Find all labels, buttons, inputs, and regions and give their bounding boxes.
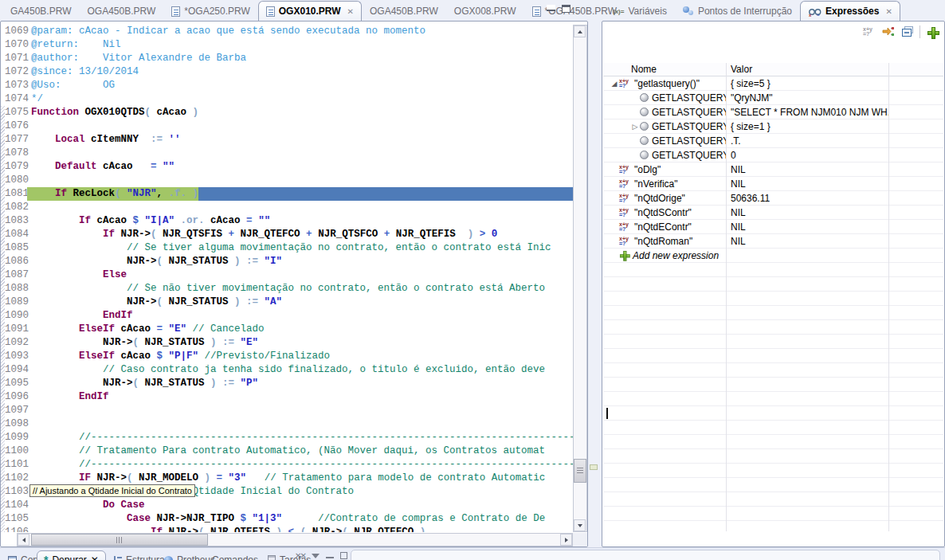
line-number[interactable]: 1074 [1, 92, 27, 106]
cell-name[interactable] [603, 435, 726, 448]
code-line[interactable]: 1091 ElseIf cAcao = "E" // Cancelado [1, 323, 573, 336]
cell-value[interactable]: "QryNJM" [726, 92, 888, 104]
editor-tab-ogx010prw[interactable]: OGX010.PRW✕ [258, 1, 362, 21]
cell-name[interactable] [603, 521, 726, 531]
code-text[interactable] [27, 147, 31, 160]
cell-name[interactable] [603, 320, 726, 334]
line-number[interactable]: 1101 [1, 458, 27, 472]
table-row[interactable]: x+y=?"nQtdOrige"50636.11 [603, 191, 943, 206]
code-line[interactable]: 1100 // Tratamento Para contrato Automat… [1, 444, 573, 458]
code-line[interactable]: 1070@return: Nil [1, 38, 573, 52]
code-line[interactable]: 1078 [1, 147, 573, 160]
code-line[interactable]: 1089 NJR->( NJR_STATUS ) := "A" [1, 296, 573, 309]
expressions-table[interactable]: Nome Valor ◢x+y=?"getlastquery()"{ size=… [603, 63, 943, 531]
cell-value[interactable]: { size=5 } [726, 78, 888, 89]
line-number[interactable]: 1079 [1, 160, 27, 174]
code-text[interactable] [27, 417, 31, 431]
editor-tab-oga250prw[interactable]: *OGA250.PRW [163, 1, 257, 21]
line-number[interactable]: 1084 [1, 228, 27, 241]
vertical-scroll-thumb[interactable] [574, 459, 586, 483]
cell-value[interactable]: "SELECT * FROM NJM010 NJM WH... [726, 107, 888, 118]
line-number[interactable]: 1081 [1, 187, 27, 201]
line-number[interactable]: 1100 [1, 444, 27, 458]
code-line[interactable]: 1082 [1, 201, 573, 214]
cell-name[interactable] [603, 349, 726, 362]
code-text[interactable]: // Se tiver alguma movimentação no contr… [27, 241, 551, 255]
close-icon[interactable]: ✕ [91, 554, 99, 560]
cell-name[interactable] [603, 306, 726, 319]
code-line[interactable]: 1073@Uso: OG [1, 79, 573, 92]
close-icon[interactable]: ✕ [347, 7, 354, 16]
line-number[interactable]: 1076 [1, 119, 27, 133]
debug-tab-express-es[interactable]: x=Expressões✕ [800, 1, 900, 21]
code-text[interactable] [27, 404, 31, 417]
code-line[interactable]: 1096 EndIf [1, 390, 573, 404]
code-line[interactable]: 1095 NJR->( NJR_STATUS ) := "P" [1, 377, 573, 390]
cell-name[interactable]: GETLASTQUERY( [603, 105, 726, 119]
cell-name[interactable]: GETLASTQUERY( [603, 134, 726, 147]
column-header-name[interactable]: Nome [603, 63, 726, 76]
code-line[interactable]: 1093 ElseIf cAcao $ "P|F" //Previsto/Fin… [1, 350, 573, 363]
line-number[interactable]: 1097 [1, 404, 27, 417]
cell-value[interactable]: 50636.11 [726, 193, 888, 204]
table-row-empty[interactable] [603, 277, 943, 292]
line-number[interactable]: 1077 [1, 133, 27, 147]
code-text[interactable] [27, 119, 31, 133]
line-number[interactable]: 1090 [1, 309, 27, 323]
code-text[interactable] [27, 174, 31, 187]
code-line[interactable]: 1106 If NJR->( NJR_QTEFIS ) < ( NJR->( N… [1, 526, 573, 532]
code-line[interactable]: 1101 //---------------------------------… [1, 458, 573, 472]
line-number[interactable]: 1094 [1, 363, 27, 377]
code-line[interactable]: 1076 [1, 119, 573, 133]
cell-name[interactable] [603, 492, 726, 506]
editor-tab-ogx008prw[interactable]: OGX008.PRW [446, 1, 524, 21]
line-number[interactable]: 1106 [1, 526, 27, 532]
editor-tab-oga450bprw[interactable]: OGA450B.PRW [79, 1, 163, 21]
code-text[interactable]: // Caso contrato ja tenha sido finalizad… [27, 363, 545, 377]
table-row[interactable]: Add new expression [603, 249, 943, 263]
bottom-tab-tarefas[interactable]: Tarefas [261, 550, 317, 560]
code-text[interactable]: EndIf [27, 390, 109, 404]
table-row[interactable]: ▷GETLASTQUERY({ size=1 } [603, 119, 943, 134]
code-text[interactable]: NJR->( NJR_STATUS ) := "I" [27, 255, 282, 268]
cell-name[interactable] [603, 335, 726, 348]
table-row-empty[interactable] [603, 292, 943, 306]
line-number[interactable]: 1091 [1, 323, 27, 336]
scroll-right-icon[interactable] [560, 534, 572, 546]
scroll-left-icon[interactable] [18, 534, 29, 546]
code-line[interactable]: 1105 Case NJR->NJR_TIPO $ "1|3" //Contra… [1, 512, 573, 526]
code-line[interactable]: 1072@since: 13/10/2014 [1, 65, 573, 79]
editor-tab-ga450bprw[interactable]: GA450B.PRW [2, 1, 79, 21]
code-line[interactable]: 1071@author: Vitor Alexandre de Barba [1, 52, 573, 65]
column-divider[interactable] [726, 63, 727, 531]
cell-name[interactable] [603, 363, 726, 377]
cell-name[interactable] [603, 378, 726, 391]
cell-name[interactable]: x+y=?"nVerifica" [603, 177, 726, 190]
cell-name[interactable] [603, 292, 726, 305]
cell-name[interactable]: x+y=?"nQtdOrige" [603, 191, 726, 205]
code-line[interactable]: 1074*/ [1, 92, 573, 106]
code-line[interactable]: 1069@param: cAcao - Indicar a acao que e… [1, 25, 573, 38]
expander-icon[interactable]: ◢ [610, 76, 619, 90]
code-text[interactable]: If cAcao $ "I|A" .or. cAcao = "" [27, 214, 270, 228]
line-number[interactable]: 1092 [1, 336, 27, 350]
code-text[interactable]: @Uso: OG [27, 79, 115, 92]
cell-value[interactable]: 0 [726, 150, 888, 161]
cell-name[interactable] [603, 421, 726, 434]
table-row[interactable]: x+y=?"nVerifica"NIL [603, 177, 943, 191]
line-number[interactable]: 1089 [1, 296, 27, 309]
table-row-empty[interactable] [603, 335, 943, 349]
code-line[interactable]: 1098 [1, 417, 573, 431]
code-text[interactable]: NJR->( NJR_STATUS ) := "A" [27, 296, 282, 309]
line-number[interactable]: 1104 [1, 499, 27, 512]
cell-name[interactable] [603, 507, 726, 520]
cell-name[interactable] [603, 406, 726, 420]
table-row-empty[interactable] [603, 392, 943, 406]
code-line[interactable]: 1075Function OGX010QTDS( cAcao ) [1, 106, 573, 119]
code-line[interactable]: 1084 If NJR->( NJR_QTSFIS + NJR_QTEFCO +… [1, 228, 573, 241]
code-text[interactable]: If RecLock( "NJR", .f. ) [27, 187, 198, 201]
line-number[interactable]: 1088 [1, 282, 27, 296]
code-line[interactable]: 1081 If RecLock( "NJR", .f. ) [1, 187, 573, 201]
table-row-empty[interactable] [603, 349, 943, 363]
line-number[interactable]: 1085 [1, 241, 27, 255]
